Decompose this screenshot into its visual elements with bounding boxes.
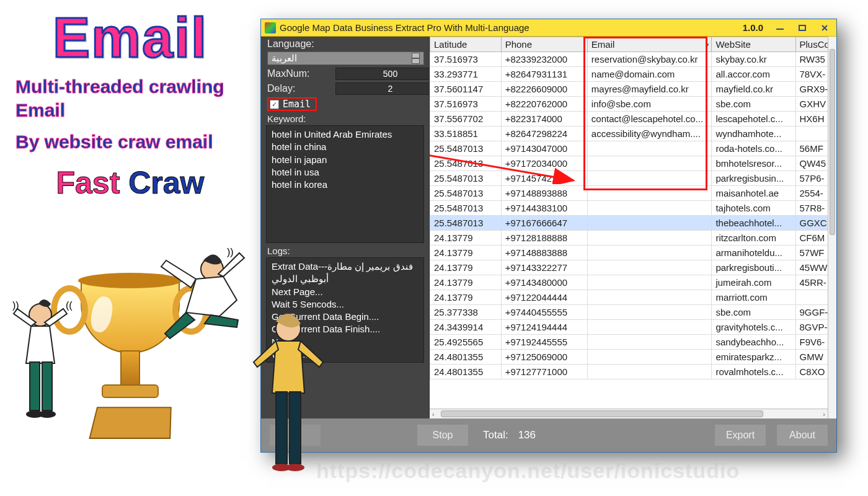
table-row[interactable]: 37.516973+82339232000reservation@skybay.… bbox=[430, 52, 836, 67]
minimize-button[interactable] bbox=[772, 22, 788, 33]
col-email[interactable]: Email▾ bbox=[587, 37, 712, 52]
table-row[interactable]: 25.377338+97440455555sbe.com9GGF- bbox=[430, 305, 836, 320]
svg-text:)): )) bbox=[227, 248, 234, 257]
person-illustration-cup: )) bbox=[155, 248, 248, 362]
results-table[interactable]: Latitude Phone Email▾ WebSite PlusCo 37.… bbox=[430, 37, 836, 379]
maxnum-label: MaxNum: bbox=[267, 68, 335, 79]
table-row[interactable]: 37.516973+82220762000info@sbe.comsbe.com… bbox=[430, 97, 836, 112]
svg-text:)): )) bbox=[12, 300, 19, 311]
stop-button[interactable]: Stop bbox=[417, 425, 468, 446]
table-header-row[interactable]: Latitude Phone Email▾ WebSite PlusCo bbox=[430, 37, 836, 52]
table-row[interactable]: 37.5567702+8223174000contact@lescapehote… bbox=[430, 112, 836, 126]
about-button[interactable]: About bbox=[777, 425, 828, 446]
svg-text:((: (( bbox=[66, 300, 73, 311]
table-row[interactable]: 24.13779+97143322277parkregisbouti...45W… bbox=[430, 260, 836, 275]
svg-rect-11 bbox=[290, 392, 301, 464]
svg-point-4 bbox=[38, 410, 56, 418]
app-window: Google Map Data Business Extract Pro Wit… bbox=[260, 19, 837, 453]
vertical-scrollbar[interactable] bbox=[828, 37, 836, 418]
table-row[interactable]: 24.13779+97128188888ritzcarlton.comCF6M bbox=[430, 231, 836, 246]
horizontal-scrollbar[interactable]: ‹› bbox=[430, 409, 828, 418]
app-icon bbox=[265, 22, 276, 33]
checkbox-icon: ✓ bbox=[270, 100, 279, 109]
person-illustration-front bbox=[248, 310, 329, 496]
table-row[interactable]: 24.13779+97122044444marriott.com bbox=[430, 290, 836, 305]
table-row[interactable]: 33.518851+82647298224accessibility@wyndh… bbox=[430, 126, 836, 141]
dropdown-icon bbox=[412, 53, 420, 64]
title-bar[interactable]: Google Map Data Business Extract Pro Wit… bbox=[261, 19, 836, 37]
logs-label: Logs: bbox=[261, 243, 429, 257]
svg-point-13 bbox=[286, 464, 304, 471]
total-value: 136 bbox=[518, 429, 536, 441]
col-phone[interactable]: Phone bbox=[501, 37, 587, 52]
language-select[interactable]: العربية bbox=[267, 51, 424, 65]
promo-headline: Email bbox=[0, 6, 260, 70]
col-website[interactable]: WebSite bbox=[712, 37, 795, 52]
delay-label: Delay: bbox=[267, 83, 335, 94]
table-row[interactable]: 24.4801355+97125069000emiratesparkz...GM… bbox=[430, 350, 836, 365]
table-row[interactable]: 25.5487013+97172034000bmhotelsresor...QW… bbox=[430, 156, 836, 171]
maxnum-input[interactable] bbox=[335, 68, 445, 80]
table-row[interactable]: 25.5487013+97148893888maisanhotel.ae2554… bbox=[430, 186, 836, 201]
svg-rect-1 bbox=[30, 362, 40, 410]
watermark-url: https://codecanyon.net/user/ionicstudio bbox=[316, 459, 740, 483]
table-row[interactable]: 24.13779+97143480000jumeirah.com45RR- bbox=[430, 275, 836, 290]
promo-line-1: Multi-threaded crawling Email bbox=[16, 75, 260, 122]
window-title: Google Map Data Business Extract Pro Wit… bbox=[280, 22, 529, 33]
table-row[interactable]: 25.5487013+97167666647thebeachhotel...GG… bbox=[430, 216, 836, 231]
total-label: Total: bbox=[483, 429, 508, 441]
table-row[interactable]: 24.4801355+97127771000rovalmhotels.c...C… bbox=[430, 365, 836, 379]
close-button[interactable] bbox=[817, 22, 833, 33]
chevron-down-icon: ▾ bbox=[706, 42, 709, 48]
keyword-textarea[interactable]: hotel in United Arab Emirateshotel in ch… bbox=[266, 125, 424, 243]
table-row[interactable]: 33.293771+82647931131name@domain.comall.… bbox=[430, 67, 836, 82]
email-checkbox[interactable]: ✓ Email bbox=[267, 97, 317, 111]
table-row[interactable]: 25.5487013+97145742100parkregisbusin...5… bbox=[430, 171, 836, 186]
footer-bar: Stop Total: 136 Export About bbox=[261, 418, 836, 452]
table-row[interactable]: 25.5487013+97144383100tajhotels.com57R8- bbox=[430, 201, 836, 216]
results-table-wrap: Latitude Phone Email▾ WebSite PlusCo 37.… bbox=[430, 37, 836, 418]
table-row[interactable]: 25.5487013+97143047000roda-hotels.co...5… bbox=[430, 141, 836, 156]
svg-rect-2 bbox=[42, 362, 52, 410]
promo-line-2: By website craw email bbox=[16, 130, 260, 154]
language-label: Language: bbox=[267, 38, 335, 50]
table-row[interactable]: 24.3439914+97124194444gravityhotels.c...… bbox=[430, 320, 836, 335]
export-button[interactable]: Export bbox=[715, 425, 766, 446]
table-row[interactable]: 37.5601147+82226609000mayres@mayfield.co… bbox=[430, 82, 836, 97]
delay-input[interactable] bbox=[335, 82, 445, 95]
version-label: 1.0.0 bbox=[743, 22, 763, 33]
person-illustration-left: ))(( bbox=[6, 298, 81, 436]
svg-rect-14 bbox=[799, 25, 805, 30]
maximize-button[interactable] bbox=[794, 22, 810, 33]
col-latitude[interactable]: Latitude bbox=[430, 37, 502, 52]
promo-fast: Fast Craw bbox=[0, 165, 260, 201]
keyword-label: Keyword: bbox=[261, 111, 429, 125]
table-row[interactable]: 25.4925565+97192445555sandybeachho...F9V… bbox=[430, 335, 836, 350]
table-row[interactable]: 24.13779+97148883888armanihoteldu...57WF bbox=[430, 246, 836, 260]
svg-rect-10 bbox=[276, 392, 287, 464]
